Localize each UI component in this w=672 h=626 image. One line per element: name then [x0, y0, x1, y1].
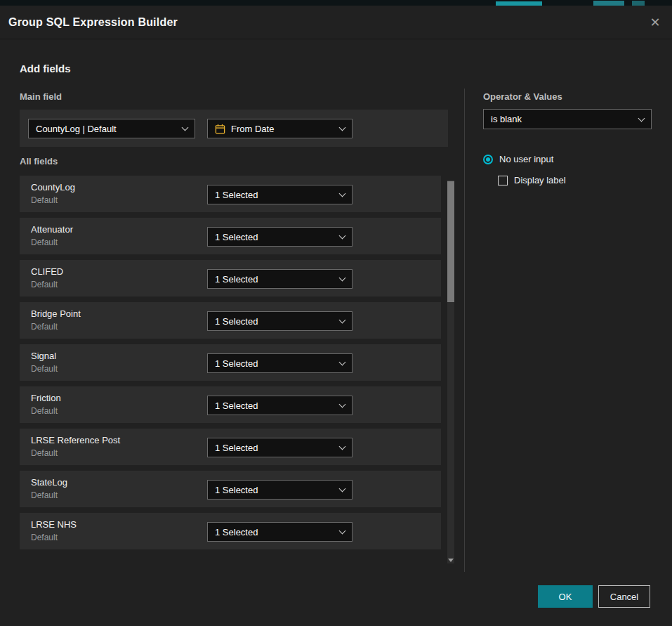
- field-row: CLIFED Default 1 Selected: [20, 260, 441, 296]
- field-subtitle: Default: [31, 364, 58, 374]
- chevron-down-icon: [339, 317, 346, 324]
- field-name: CLIFED: [31, 266, 63, 277]
- field-name: Friction: [31, 393, 61, 403]
- chevron-down-icon: [339, 528, 346, 535]
- chevron-down-icon: [339, 443, 346, 450]
- field-name: Bridge Point: [31, 308, 81, 319]
- selected-count-label: 1 Selected: [215, 485, 334, 495]
- chevron-down-icon: [638, 115, 645, 122]
- field-selected-dropdown[interactable]: 1 Selected: [207, 396, 353, 415]
- field-row: Attenuator Default 1 Selected: [20, 218, 441, 254]
- field-selected-dropdown[interactable]: 1 Selected: [207, 227, 353, 247]
- checkbox-unchecked-icon: [498, 176, 508, 185]
- field-subtitle: Default: [31, 237, 58, 247]
- selected-count-label: 1 Selected: [215, 190, 334, 200]
- main-field-source-dropdown[interactable]: CountyLog | Default: [28, 119, 195, 138]
- selected-count-label: 1 Selected: [215, 443, 334, 453]
- field-row: Bridge Point Default 1 Selected: [20, 302, 441, 339]
- field-subtitle: Default: [31, 448, 58, 458]
- field-selected-dropdown[interactable]: 1 Selected: [207, 438, 353, 457]
- main-field-date-dropdown[interactable]: From Date: [207, 119, 353, 138]
- field-subtitle: Default: [31, 533, 58, 542]
- checkbox-label: Display label: [514, 175, 566, 185]
- cancel-button[interactable]: Cancel: [598, 585, 650, 608]
- field-selected-dropdown[interactable]: 1 Selected: [207, 311, 353, 331]
- field-selected-dropdown[interactable]: 1 Selected: [207, 353, 353, 373]
- no-user-input-radio[interactable]: No user input: [483, 154, 553, 164]
- field-row: StateLog Default 1 Selected: [20, 471, 441, 507]
- ok-button[interactable]: OK: [538, 585, 593, 608]
- all-fields-list: CountyLog Default 1 Selected Attenuator …: [20, 176, 441, 555]
- all-fields-label: All fields: [20, 156, 58, 167]
- chevron-down-icon: [339, 359, 346, 366]
- field-row: Friction Default 1 Selected: [20, 386, 441, 423]
- dialog-header: Group SQL Expression Builder ✕: [0, 6, 672, 39]
- field-name: Attenuator: [31, 224, 73, 235]
- field-selected-dropdown[interactable]: 1 Selected: [207, 522, 353, 542]
- radio-label: No user input: [499, 154, 553, 164]
- selected-count-label: 1 Selected: [215, 316, 334, 327]
- chevron-down-icon: [339, 190, 346, 197]
- field-row: LRSE Reference Post Default 1 Selected: [20, 429, 441, 465]
- field-subtitle: Default: [31, 195, 58, 205]
- scroll-down-arrow[interactable]: [448, 559, 454, 562]
- main-field-label: Main field: [20, 91, 62, 102]
- chevron-down-icon: [339, 485, 346, 493]
- add-fields-heading: Add fields: [20, 63, 71, 74]
- field-subtitle: Default: [31, 406, 58, 416]
- field-selected-dropdown[interactable]: 1 Selected: [207, 480, 353, 500]
- field-selected-dropdown[interactable]: 1 Selected: [207, 185, 353, 204]
- chevron-down-icon: [339, 275, 346, 282]
- chevron-down-icon: [339, 124, 346, 131]
- chevron-down-icon: [339, 233, 346, 240]
- field-selected-dropdown[interactable]: 1 Selected: [207, 269, 353, 289]
- field-row: CountyLog Default 1 Selected: [20, 176, 441, 212]
- field-name: CountyLog: [31, 182, 75, 193]
- field-name: StateLog: [31, 477, 67, 488]
- display-label-checkbox[interactable]: Display label: [498, 175, 566, 185]
- dialog-title: Group SQL Expression Builder: [8, 6, 178, 39]
- calendar-icon: [215, 124, 225, 134]
- field-name: Signal: [31, 351, 56, 361]
- operator-dropdown[interactable]: is blank: [483, 109, 652, 129]
- selected-count-label: 1 Selected: [215, 400, 334, 411]
- close-icon[interactable]: ✕: [647, 14, 664, 31]
- main-field-panel: CountyLog | Default From Date: [20, 110, 448, 147]
- selected-count-label: 1 Selected: [215, 358, 334, 369]
- background-app-sliver: [0, 0, 672, 6]
- field-subtitle: Default: [31, 322, 58, 332]
- selected-count-label: 1 Selected: [215, 274, 334, 285]
- background-fragment: [632, 1, 645, 6]
- background-fragment: [593, 1, 624, 6]
- field-row: Signal Default 1 Selected: [20, 344, 441, 381]
- chevron-down-icon: [339, 401, 346, 408]
- selected-count-label: 1 Selected: [215, 232, 334, 242]
- group-sql-expression-builder-dialog: Group SQL Expression Builder ✕ Add field…: [0, 6, 672, 626]
- main-field-source-value: CountyLog | Default: [36, 124, 177, 134]
- field-name: LRSE NHS: [31, 519, 77, 530]
- chevron-down-icon: [182, 124, 189, 131]
- main-field-date-value: From Date: [231, 124, 334, 134]
- field-name: LRSE Reference Post: [31, 435, 120, 445]
- vertical-divider: [464, 89, 465, 572]
- radio-selected-icon: [483, 155, 493, 164]
- selected-count-label: 1 Selected: [215, 527, 334, 537]
- scrollbar-thumb[interactable]: [447, 181, 454, 302]
- field-subtitle: Default: [31, 490, 58, 500]
- operator-values-heading: Operator & Values: [483, 91, 562, 102]
- field-subtitle: Default: [31, 280, 58, 289]
- all-fields-scrollbar[interactable]: [447, 180, 454, 563]
- operator-value: is blank: [491, 114, 633, 124]
- field-row: LRSE NHS Default 1 Selected: [20, 513, 441, 549]
